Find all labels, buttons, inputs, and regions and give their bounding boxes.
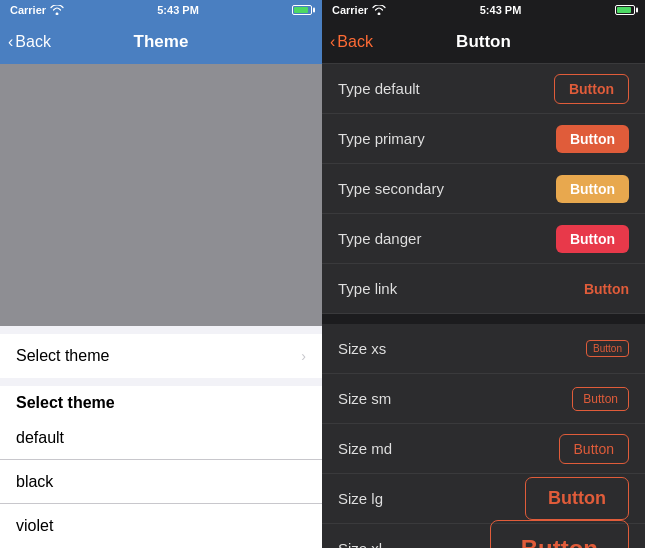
theme-default-item[interactable]: default [0, 416, 322, 460]
type-secondary-label: Type secondary [338, 180, 444, 197]
left-status-right [292, 5, 312, 15]
left-nav-title: Theme [134, 32, 189, 52]
theme-violet-item[interactable]: violet [0, 504, 322, 548]
wifi-icon [50, 5, 64, 15]
right-back-button[interactable]: ‹ Back [330, 33, 373, 51]
section-header: Select theme [0, 386, 322, 416]
left-chevron-icon: ‹ [8, 33, 13, 51]
size-sm-button[interactable]: Button [572, 387, 629, 411]
size-md-row: Size md Button [322, 424, 645, 474]
type-default-button[interactable]: Button [554, 74, 629, 104]
select-theme-label: Select theme [16, 347, 109, 365]
type-secondary-row: Type secondary Button [322, 164, 645, 214]
type-default-row: Type default Button [322, 64, 645, 114]
size-md-label: Size md [338, 440, 392, 457]
right-content: Type default Button Type primary Button … [322, 64, 645, 548]
size-lg-button[interactable]: Button [525, 477, 629, 520]
select-theme-section: Select theme › [0, 334, 322, 378]
type-default-label: Type default [338, 80, 420, 97]
type-danger-row: Type danger Button [322, 214, 645, 264]
type-link-button[interactable]: Button [584, 281, 629, 297]
left-status-left: Carrier [10, 4, 64, 16]
left-nav-bar: ‹ Back Theme [0, 20, 322, 64]
size-xl-label: Size xl [338, 540, 382, 548]
theme-black-label: black [16, 473, 53, 491]
type-danger-button[interactable]: Button [556, 225, 629, 253]
type-primary-label: Type primary [338, 130, 425, 147]
left-panel: Carrier 5:43 PM ‹ Back Theme Select them… [0, 0, 322, 548]
right-battery-fill [617, 7, 631, 13]
left-back-button[interactable]: ‹ Back [8, 33, 51, 51]
right-nav-bar: ‹ Back Button [322, 20, 645, 64]
left-status-bar: Carrier 5:43 PM [0, 0, 322, 20]
size-lg-row: Size lg Button [322, 474, 645, 524]
type-primary-button[interactable]: Button [556, 125, 629, 153]
right-wifi-icon [372, 5, 386, 15]
left-back-label: Back [15, 33, 51, 51]
type-danger-label: Type danger [338, 230, 421, 247]
carrier-label: Carrier [10, 4, 46, 16]
type-primary-row: Type primary Button [322, 114, 645, 164]
right-carrier-label: Carrier [332, 4, 368, 16]
theme-default-label: default [16, 429, 64, 447]
right-back-label: Back [337, 33, 373, 51]
right-status-bar: Carrier 5:43 PM [322, 0, 645, 20]
right-status-left: Carrier [332, 4, 386, 16]
size-lg-label: Size lg [338, 490, 383, 507]
spacer-1 [322, 314, 645, 324]
type-link-label: Type link [338, 280, 397, 297]
size-xl-row: Size xl Button [322, 524, 645, 548]
left-time: 5:43 PM [157, 4, 199, 16]
size-xl-button[interactable]: Button [490, 520, 629, 549]
size-xs-row: Size xs Button [322, 324, 645, 374]
theme-black-item[interactable]: black [0, 460, 322, 504]
theme-violet-label: violet [16, 517, 53, 535]
type-secondary-button[interactable]: Button [556, 175, 629, 203]
size-sm-label: Size sm [338, 390, 391, 407]
left-content-area [0, 64, 322, 326]
right-chevron-icon: ‹ [330, 33, 335, 51]
bottom-section: Select theme default black violet [0, 386, 322, 548]
size-md-button[interactable]: Button [559, 434, 629, 464]
size-xs-label: Size xs [338, 340, 386, 357]
size-sm-row: Size sm Button [322, 374, 645, 424]
select-theme-item[interactable]: Select theme › [0, 334, 322, 378]
type-link-row: Type link Button [322, 264, 645, 314]
right-battery-icon [615, 5, 635, 15]
battery-fill [294, 7, 308, 13]
right-panel: Carrier 5:43 PM ‹ Back Button Type defau… [322, 0, 645, 548]
chevron-icon: › [301, 348, 306, 364]
size-xs-button[interactable]: Button [586, 340, 629, 357]
right-nav-title: Button [456, 32, 511, 52]
right-status-right [615, 5, 635, 15]
battery-icon [292, 5, 312, 15]
right-time: 5:43 PM [480, 4, 522, 16]
